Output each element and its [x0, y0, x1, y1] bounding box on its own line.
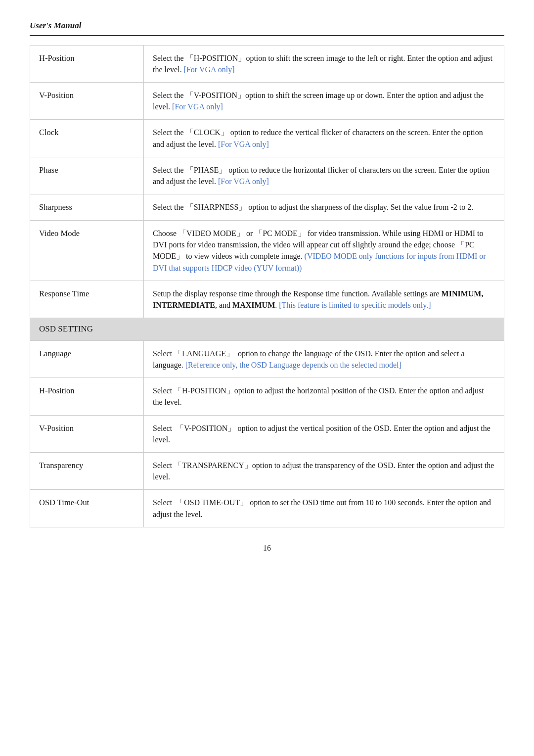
row-description: Select the 「H-POSITION」option to shift t… [144, 45, 504, 82]
table-row: H-Position Select the 「H-POSITION」option… [30, 45, 504, 82]
table-row: Phase Select the 「PHASE」 option to reduc… [30, 157, 504, 194]
row-label: Phase [30, 157, 144, 194]
table-row: V-Position Select the 「V-POSITION」option… [30, 83, 504, 120]
row-description: Setup the display response time through … [144, 281, 504, 318]
table-row: Clock Select the 「CLOCK」 option to reduc… [30, 120, 504, 157]
language-note: [Reference only, the OSD Language depend… [185, 361, 401, 369]
row-label: Transparency [30, 452, 144, 489]
row-label: OSD Time-Out [30, 490, 144, 527]
vga-note: [For VGA only] [218, 177, 269, 186]
table-row: Transparency Select 「TRANSPARENCY」option… [30, 452, 504, 489]
manual-title: User's Manual [30, 20, 81, 32]
row-label: Clock [30, 120, 144, 157]
row-description: Select the 「V-POSITION」option to shift t… [144, 83, 504, 120]
table-row: H-Position Select 「H-POSITION」option to … [30, 378, 504, 415]
response-time-note: [This feature is limited to specific mod… [279, 301, 431, 309]
row-description: Choose 「VIDEO MODE」 or 「PC MODE」 for vid… [144, 221, 504, 281]
row-label: H-Position [30, 45, 144, 82]
table-row: OSD Time-Out Select 「OSD TIME-OUT」 optio… [30, 490, 504, 527]
row-description: Select 「H-POSITION」option to adjust the … [144, 378, 504, 415]
row-label: V-Position [30, 83, 144, 120]
row-description: Select the 「CLOCK」 option to reduce the … [144, 120, 504, 157]
row-label: V-Position [30, 415, 144, 452]
page-number: 16 [263, 544, 271, 552]
row-label: H-Position [30, 378, 144, 415]
table-row: Video Mode Choose 「VIDEO MODE」 or 「PC MO… [30, 221, 504, 281]
row-description: Select the 「PHASE」 option to reduce the … [144, 157, 504, 194]
row-label: Sharpness [30, 194, 144, 221]
page-header: User's Manual [30, 20, 504, 36]
row-label: Response Time [30, 281, 144, 318]
settings-table: H-Position Select the 「H-POSITION」option… [30, 45, 504, 527]
row-description: Select the 「SHARPNESS」 option to adjust … [144, 194, 504, 221]
page-footer: 16 [30, 542, 504, 554]
row-description: Select 「OSD TIME-OUT」 option to set the … [144, 490, 504, 527]
row-description: Select 「TRANSPARENCY」option to adjust th… [144, 452, 504, 489]
row-label: Video Mode [30, 221, 144, 281]
row-description: Select 「LANGUAGE」 option to change the l… [144, 340, 504, 378]
video-mode-note: (VIDEO MODE only functions for inputs fr… [153, 252, 486, 272]
section-header-row: OSD SETTING [30, 318, 504, 341]
table-row: Language Select 「LANGUAGE」 option to cha… [30, 340, 504, 378]
table-row: Sharpness Select the 「SHARPNESS」 option … [30, 194, 504, 221]
table-row: Response Time Setup the display response… [30, 281, 504, 318]
vga-note: [For VGA only] [172, 102, 223, 111]
table-row: V-Position Select 「V-POSITION」 option to… [30, 415, 504, 452]
vga-note: [For VGA only] [218, 140, 269, 148]
vga-note: [For VGA only] [184, 65, 235, 74]
section-header-label: OSD SETTING [30, 318, 504, 341]
row-description: Select 「V-POSITION」 option to adjust the… [144, 415, 504, 452]
row-label: Language [30, 340, 144, 378]
